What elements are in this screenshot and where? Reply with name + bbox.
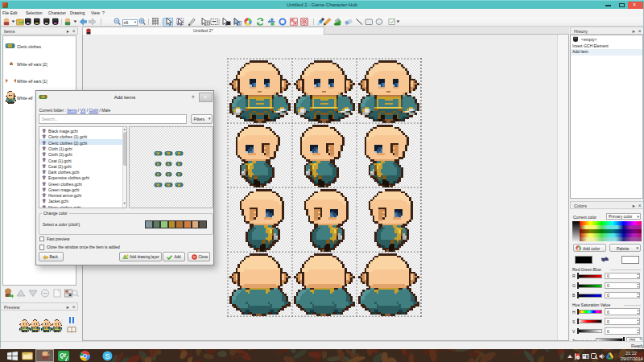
- svg-text:S: S: [105, 352, 109, 360]
